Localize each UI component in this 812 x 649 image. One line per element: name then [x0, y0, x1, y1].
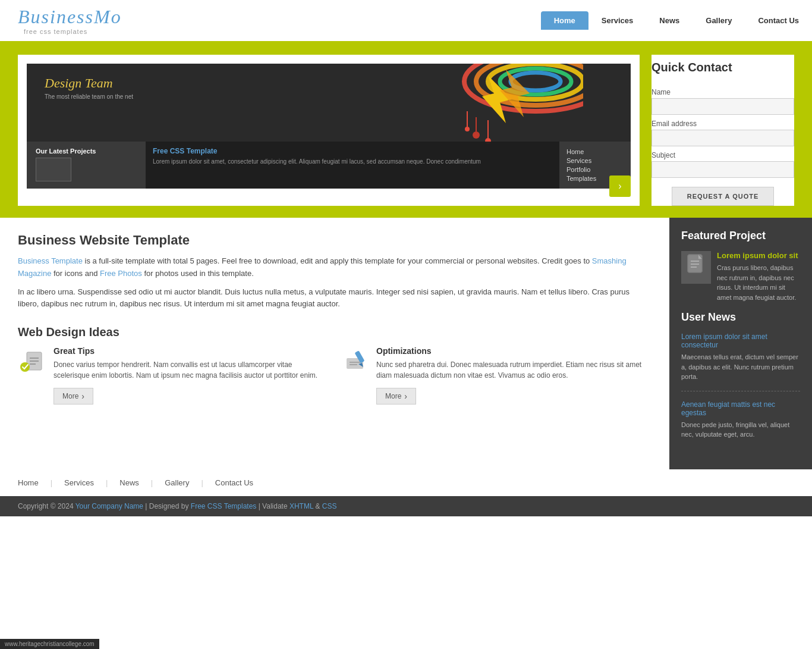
pencil-icon	[341, 346, 370, 376]
svg-point-7	[473, 131, 480, 139]
intro2-suffix: for photos used in this template.	[142, 269, 254, 278]
slide-mid-panel: Free CSS Template Lorem ipsum dolor sit …	[146, 142, 559, 189]
designed-label: Designed by	[149, 502, 189, 510]
slide-design-text: Design Team	[45, 76, 113, 91]
logo-subtitle: free css templates	[18, 28, 541, 35]
nav-item-home[interactable]: Home	[541, 11, 588, 30]
designer-link[interactable]: Free CSS Templates	[191, 502, 257, 510]
slide-left-panel: Our Latest Projects	[27, 142, 146, 189]
slide-next-button[interactable]: ›	[609, 175, 631, 197]
subject-label: Subject	[652, 151, 794, 159]
footer-wrapper: Home|Services|News|Gallery|Contact Us Co…	[0, 469, 812, 516]
name-input[interactable]	[652, 98, 794, 115]
and-text: &	[316, 502, 322, 510]
footer-separator: |	[201, 478, 203, 487]
idea-content-1: OptimizationsNunc sed pharetra dui. Done…	[376, 346, 652, 405]
user-news-item-1: Aenean feugiat mattis est nec egestasDon…	[681, 400, 800, 449]
footer-separator: |	[106, 478, 108, 487]
email-label: Email address	[652, 120, 794, 128]
footer-nav-link-home[interactable]: Home	[18, 478, 39, 487]
footer-nav-link-gallery[interactable]: Gallery	[165, 478, 189, 487]
user-news-link-1[interactable]: Aenean feugiat mattis est nec egestas	[681, 400, 800, 417]
ideas-grid: Great TipsDonec varius tempor hendrerit.…	[18, 346, 652, 405]
company-name-link[interactable]: Your Company Name	[75, 502, 143, 510]
logo-title: BusinessMo	[18, 6, 541, 28]
quick-contact-header: Quick Contact	[652, 55, 794, 83]
quick-contact: Quick Contact Name Email address Subject…	[652, 55, 794, 206]
slide-bottom: Our Latest Projects Free CSS Template Lo…	[27, 142, 631, 189]
content-wrapper: Design Team The most reliable team on th…	[0, 43, 812, 218]
intro2-mid: for icons and	[51, 269, 100, 278]
footer-nav-link-services[interactable]: Services	[64, 478, 94, 487]
featured-content: Lorem ipsum dolor sit Cras purus libero,…	[717, 251, 800, 302]
slide-right-link-home[interactable]: Home	[566, 148, 624, 155]
nav-item-services[interactable]: Services	[588, 11, 647, 30]
footer-nav: Home|Services|News|Gallery|Contact Us	[0, 469, 812, 496]
nav-item-gallery[interactable]: Gallery	[693, 11, 745, 30]
user-news-text-1: Donec pede justo, fringilla vel, aliquet…	[681, 420, 800, 440]
intro-paragraph-2: In ac libero urna. Suspendisse sed odio …	[18, 286, 652, 311]
more-button-0[interactable]: More ›	[53, 388, 93, 405]
featured-thumb	[681, 251, 711, 284]
featured-project-heading: Featured Project	[681, 230, 800, 242]
user-news-item-0: Lorem ipsum dolor sit amet consecteturMa…	[681, 333, 800, 391]
right-sidebar: Featured Project Lorem ipsum dolor sit C…	[669, 218, 812, 469]
footer-nav-link-news[interactable]: News	[119, 478, 139, 487]
featured-title: Lorem ipsum dolor sit	[717, 251, 800, 260]
web-design-heading: Web Design Ideas	[18, 325, 652, 339]
slide-subtitle: The most reliable team on the net	[45, 93, 133, 100]
slide-right-link-services[interactable]: Services	[566, 157, 624, 164]
email-input[interactable]	[652, 130, 794, 146]
intro-paragraph-1: Business Template is a full-site templat…	[18, 255, 652, 280]
main-heading: Business Website Template	[18, 233, 652, 248]
request-quote-button[interactable]: REQUEST A QUOTE	[672, 187, 775, 206]
free-photos-link[interactable]: Free Photos	[100, 269, 142, 278]
copyright-text: Copyright © 2024 Your Company Name | Des…	[18, 502, 337, 510]
idea-text-1: Nunc sed pharetra dui. Donec malesuada r…	[376, 359, 652, 381]
idea-title-1: Optimizations	[376, 346, 652, 356]
footer-nav-link-contact-us[interactable]: Contact Us	[215, 478, 253, 487]
featured-desc: Cras purus libero, dapibus nec rutrum in…	[717, 263, 800, 302]
footer-separator: |	[51, 478, 52, 487]
idea-text-0: Donec varius tempor hendrerit. Nam conva…	[53, 359, 329, 381]
slide-right-link-portfolio[interactable]: Portfolio	[566, 166, 624, 173]
more-button-1[interactable]: More ›	[376, 388, 416, 405]
svg-point-18	[20, 362, 30, 372]
user-news-text-0: Maecenas tellus erat, dictum vel semper …	[681, 352, 800, 382]
featured-project: Lorem ipsum dolor sit Cras purus libero,…	[681, 251, 800, 302]
main-nav: HomeServicesNewsGalleryContact Us	[541, 11, 812, 30]
slide-project-title: Free CSS Template	[153, 147, 217, 155]
user-news-list: Lorem ipsum dolor sit amet consecteturMa…	[681, 333, 800, 449]
subject-input[interactable]	[652, 161, 794, 178]
footer-separator: |	[151, 478, 153, 487]
more-arrow-icon: ›	[404, 391, 407, 401]
more-arrow-icon: ›	[81, 391, 84, 401]
xhtml-link[interactable]: XHTML	[289, 502, 313, 510]
slide-project-text: Lorem ipsum dolor sit amet, consectetur …	[153, 158, 552, 166]
nav-item-contact-us[interactable]: Contact Us	[745, 11, 812, 30]
user-news-heading: User News	[681, 311, 800, 324]
slide-left-title: Our Latest Projects	[36, 148, 96, 155]
business-template-link[interactable]: Business Template	[18, 256, 83, 265]
copyright: Copyright © 2024 Your Company Name | Des…	[0, 496, 812, 516]
idea-content-0: Great TipsDonec varius tempor hendrerit.…	[53, 346, 329, 405]
idea-item-0: Great TipsDonec varius tempor hendrerit.…	[18, 346, 329, 405]
sidebar: Quick Contact Name Email address Subject…	[652, 55, 794, 206]
name-label: Name	[652, 88, 794, 96]
copyright-symbol: Copyright © 2024	[18, 502, 74, 510]
nav-item-news[interactable]: News	[646, 11, 693, 30]
user-news-link-0[interactable]: Lorem ipsum dolor sit amet consectetur	[681, 333, 800, 349]
slideshow-area: Design Team The most reliable team on th…	[18, 55, 640, 206]
idea-item-1: OptimizationsNunc sed pharetra dui. Done…	[341, 346, 652, 405]
intro1-suffix: is a full-site template with total 5 pag…	[83, 256, 592, 265]
validate-label: | Validate	[259, 502, 289, 510]
document-icon	[686, 254, 707, 281]
slideshow-image: Design Team The most reliable team on th…	[27, 64, 631, 189]
slide-mini-img	[36, 158, 71, 181]
checkmark-icon	[18, 346, 48, 376]
main-content: Business Website Template Business Templ…	[0, 218, 669, 469]
logo-area: BusinessMo free css templates	[0, 6, 541, 35]
css-link[interactable]: CSS	[322, 502, 337, 510]
main-content-wrapper: Business Website Template Business Templ…	[0, 218, 812, 469]
svg-point-11	[465, 127, 470, 131]
